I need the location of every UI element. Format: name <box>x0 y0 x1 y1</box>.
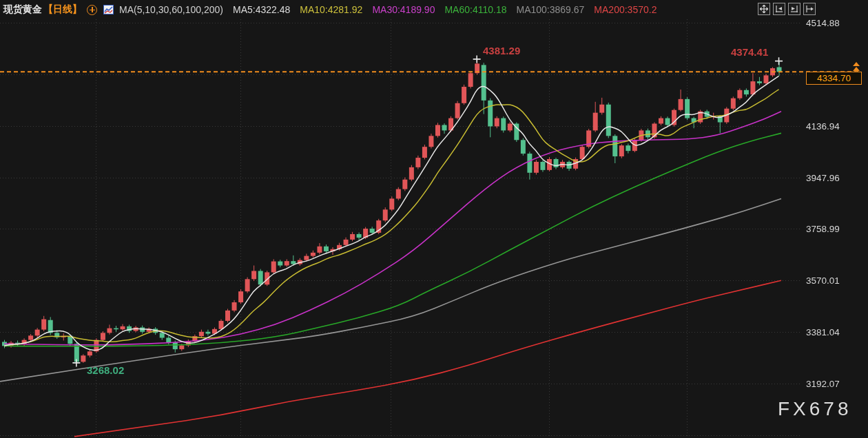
timeframe-label: 【日线】 <box>43 3 82 16</box>
symbol-title: 现货黄金 <box>3 3 42 16</box>
high-price-annotation: 4381.29 <box>483 45 520 56</box>
scale-right-icon[interactable] <box>788 3 800 15</box>
low-price-annotation: 3268.02 <box>87 364 124 376</box>
price-axis-label: 4514.88 <box>806 18 840 28</box>
ma10-legend: MA10:4281.92 <box>300 4 362 15</box>
watermark-logo: FX678 <box>778 398 852 420</box>
ma200-legend: MA200:3570.2 <box>594 4 657 15</box>
ma30-legend: MA30:4189.90 <box>372 4 435 15</box>
ma100-legend: MA100:3869.67 <box>516 4 584 15</box>
price-axis-label: 4136.94 <box>806 121 840 132</box>
scale-left-icon[interactable] <box>773 3 785 15</box>
recent-high-annotation: 4374.41 <box>731 46 768 58</box>
price-axis-label: 3758.99 <box>806 224 840 234</box>
ma60-legend: MA60:4110.18 <box>444 4 506 15</box>
ma5-legend: MA5:4322.48 <box>233 4 290 15</box>
chart-header: 现货黄金 【日线】 MA(5,10,30,60,100,200) MA5:432… <box>0 0 868 19</box>
chart-window: 现货黄金 【日线】 MA(5,10,30,60,100,200) MA5:432… <box>0 0 868 438</box>
chart-toolbar <box>758 3 816 15</box>
price-axis-label: 3192.07 <box>806 379 840 389</box>
ma-params-label: MA(5,10,30,60,100,200) <box>119 4 223 15</box>
indicator-settings-icon[interactable] <box>103 5 114 14</box>
candlestick-chart-canvas[interactable] <box>0 0 868 438</box>
pan-cross-icon[interactable] <box>758 3 770 15</box>
price-axis-label: 3381.04 <box>806 327 840 337</box>
go-to-latest-icon[interactable] <box>803 3 816 15</box>
add-indicator-icon[interactable] <box>87 5 97 15</box>
price-axis-label: 3947.96 <box>806 173 840 183</box>
price-axis-label: 3570.01 <box>806 275 840 286</box>
last-price-badge: 4334.70 <box>806 72 862 85</box>
